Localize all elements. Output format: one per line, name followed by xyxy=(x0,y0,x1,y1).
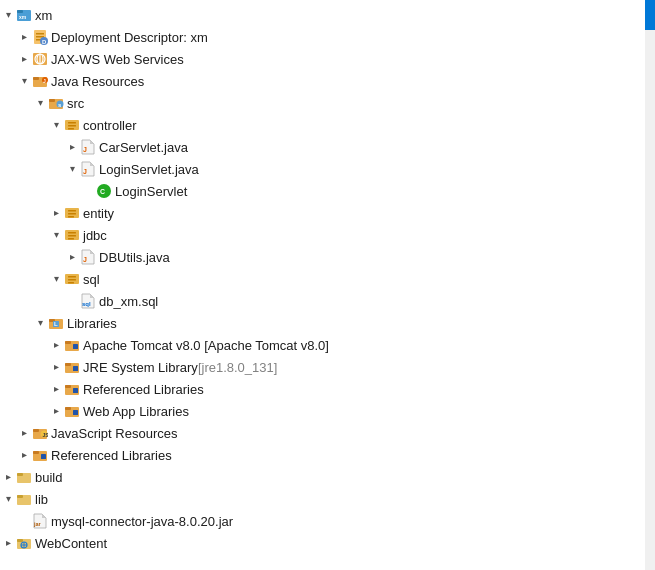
folder-icon xyxy=(16,491,32,507)
tree-toggle-carservlet[interactable] xyxy=(64,139,80,155)
tree-item-jdbc[interactable]: jdbc xyxy=(0,224,645,246)
javaresources-icon: J xyxy=(32,73,48,89)
tree-label-mysql-jar: mysql-connector-java-8.0.20.jar xyxy=(51,514,233,529)
tree-item-sql[interactable]: sql xyxy=(0,268,645,290)
svg-rect-14 xyxy=(33,77,39,80)
tree-item-webcontent[interactable]: WebContent xyxy=(0,532,645,554)
javafile-icon: J xyxy=(80,139,96,155)
svg-rect-18 xyxy=(49,99,55,102)
tree-item-libraries[interactable]: L Libraries xyxy=(0,312,645,334)
svg-text:D: D xyxy=(42,39,47,45)
tree-label-carservlet: CarServlet.java xyxy=(99,140,188,155)
svg-rect-4 xyxy=(36,33,44,35)
jarfile-icon: jar xyxy=(32,513,48,529)
tree-item-db-xm-sql[interactable]: sql db_xm.sql xyxy=(0,290,645,312)
tree-item-loginservlet-java[interactable]: J LoginServlet.java xyxy=(0,158,645,180)
svg-rect-57 xyxy=(73,344,78,349)
project-explorer: xm xm D Deployment Descriptor: xm JAX-WS… xyxy=(0,0,645,570)
tree-toggle-sql[interactable] xyxy=(48,271,64,287)
tree-label-tomcat: Apache Tomcat v8.0 [Apache Tomcat v8.0] xyxy=(83,338,329,353)
tree-label-ref-libs-inner: Referenced Libraries xyxy=(83,382,204,397)
tree-item-loginservlet-class[interactable]: C LoginServlet xyxy=(0,180,645,202)
svg-rect-1 xyxy=(17,10,23,13)
tree-item-java-resources[interactable]: J Java Resources xyxy=(0,70,645,92)
package-icon xyxy=(64,205,80,221)
tree-toggle-controller[interactable] xyxy=(48,117,64,133)
tree-item-xm[interactable]: xm xm xyxy=(0,4,645,26)
folder-icon xyxy=(16,469,32,485)
tree-item-lib[interactable]: lib xyxy=(0,488,645,510)
svg-rect-40 xyxy=(68,238,74,240)
tree-item-deployment[interactable]: D Deployment Descriptor: xm xyxy=(0,26,645,48)
tree-label-src: src xyxy=(67,96,84,111)
svg-rect-77 xyxy=(17,495,23,498)
tree-item-entity[interactable]: entity xyxy=(0,202,645,224)
tree-toggle-build[interactable] xyxy=(0,469,16,485)
tree-label-loginservlet-java: LoginServlet.java xyxy=(99,162,199,177)
tree-toggle-java-resources[interactable] xyxy=(16,73,32,89)
tree-label-jre: JRE System Library xyxy=(83,360,198,375)
tree-toggle-src[interactable] xyxy=(32,95,48,111)
tree-toggle-jre[interactable] xyxy=(48,359,64,375)
tree-item-ref-libs[interactable]: Referenced Libraries xyxy=(0,444,645,466)
tree-label-java-resources: Java Resources xyxy=(51,74,144,89)
tree-item-build[interactable]: build xyxy=(0,466,645,488)
tree-toggle-ref-libs[interactable] xyxy=(16,447,32,463)
svg-rect-75 xyxy=(17,473,23,476)
tree-item-jre[interactable]: JRE System Library [jre1.8.0_131] xyxy=(0,356,645,378)
svg-text:xm: xm xyxy=(19,14,27,20)
tree-toggle-tomcat[interactable] xyxy=(48,337,64,353)
tree-toggle-xm[interactable] xyxy=(0,7,16,23)
libfolder-icon: L xyxy=(48,315,64,331)
tree-toggle-ref-libs-inner[interactable] xyxy=(48,381,64,397)
tree-toggle-libraries[interactable] xyxy=(32,315,48,331)
scrollbar[interactable] xyxy=(645,0,655,570)
tree-item-src[interactable]: s src xyxy=(0,92,645,114)
tree-toggle-deployment[interactable] xyxy=(16,29,32,45)
tree-toggle-jaxws[interactable] xyxy=(16,51,32,67)
svg-rect-62 xyxy=(65,385,71,388)
scrollbar-thumb[interactable] xyxy=(645,0,655,30)
tree-toggle-jdbc[interactable] xyxy=(48,227,64,243)
tree-item-jaxws[interactable]: JAX-WS Web Services xyxy=(0,48,645,70)
tree-label-webapp-libs: Web App Libraries xyxy=(83,404,189,419)
tree-item-ref-libs-inner[interactable]: Referenced Libraries xyxy=(0,378,645,400)
libref-icon xyxy=(32,447,48,463)
javafile-icon: J xyxy=(80,161,96,177)
svg-rect-22 xyxy=(68,122,76,124)
svg-rect-39 xyxy=(68,235,76,237)
tree-toggle-lib[interactable] xyxy=(0,491,16,507)
tree-label-webcontent: WebContent xyxy=(35,536,107,551)
tree-toggle-js-resources[interactable] xyxy=(16,425,32,441)
tree-label-entity: entity xyxy=(83,206,114,221)
tree-item-tomcat[interactable]: Apache Tomcat v8.0 [Apache Tomcat v8.0] xyxy=(0,334,645,356)
svg-text:JS: JS xyxy=(43,432,49,438)
tree-toggle-entity[interactable] xyxy=(48,205,64,221)
package-icon xyxy=(64,271,80,287)
tree-item-carservlet[interactable]: J CarServlet.java xyxy=(0,136,645,158)
srcfolder-icon: s xyxy=(48,95,64,111)
tree-item-webapp-libs[interactable]: Web App Libraries xyxy=(0,400,645,422)
tree-label-suffix-jre: [jre1.8.0_131] xyxy=(198,360,278,375)
svg-text:J: J xyxy=(83,146,87,153)
tree-item-controller[interactable]: controller xyxy=(0,114,645,136)
svg-text:jar: jar xyxy=(33,521,42,527)
svg-text:C: C xyxy=(100,188,105,195)
svg-rect-23 xyxy=(68,125,76,127)
tree-label-deployment: Deployment Descriptor: xm xyxy=(51,30,208,45)
tree-toggle-webapp-libs[interactable] xyxy=(48,403,64,419)
tree-toggle-loginservlet-java[interactable] xyxy=(64,161,80,177)
tree-item-dbutils[interactable]: J DBUtils.java xyxy=(0,246,645,268)
tree-toggle-dbutils[interactable] xyxy=(64,249,80,265)
javafile-icon: J xyxy=(80,249,96,265)
libref-icon xyxy=(64,403,80,419)
tree-toggle-webcontent[interactable] xyxy=(0,535,16,551)
tree-label-lib: lib xyxy=(35,492,48,507)
tree-item-js-resources[interactable]: JS JavaScript Resources xyxy=(0,422,645,444)
svg-rect-45 xyxy=(68,276,76,278)
tree-item-mysql-jar[interactable]: jar mysql-connector-java-8.0.20.jar xyxy=(0,510,645,532)
class-icon: C xyxy=(96,183,112,199)
libref-icon xyxy=(64,359,80,375)
tree-label-loginservlet-class: LoginServlet xyxy=(115,184,187,199)
project-icon: xm xyxy=(16,7,32,23)
